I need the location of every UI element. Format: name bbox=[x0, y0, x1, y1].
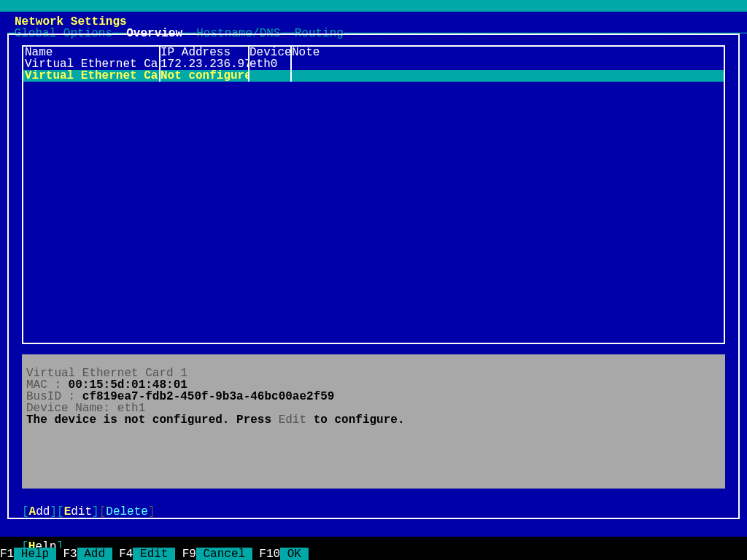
cell-name: Virtual Ethernet Card 0 bbox=[23, 58, 159, 70]
function-key-bar: F1 Help F3 Add F4 Edit F9 Cancel F10 OK bbox=[0, 548, 747, 560]
cell-name: Virtual Ethernet Card 1 bbox=[23, 70, 159, 82]
device-details-panel: Virtual Ethernet Card 1 MAC : 00:15:5d:0… bbox=[22, 354, 725, 489]
cell-note bbox=[292, 58, 724, 70]
add-button[interactable]: [Add] bbox=[22, 505, 57, 518]
cell-note bbox=[292, 70, 724, 82]
tab-routing[interactable]: Routing bbox=[295, 27, 344, 40]
table-row[interactable]: Virtual Ethernet Card 1 Not configured bbox=[23, 70, 724, 82]
col-ip: IP Address bbox=[160, 47, 248, 58]
network-cards-table[interactable]: Name IP Address Device Note Virtual Ethe… bbox=[22, 45, 725, 344]
edit-button[interactable]: [Edit] bbox=[57, 505, 99, 518]
col-note: Note bbox=[292, 47, 724, 58]
col-device: Device bbox=[249, 47, 290, 58]
config-hint-suffix: to configure. bbox=[306, 413, 404, 427]
fkey-edit[interactable]: F4 Edit bbox=[119, 548, 175, 560]
cell-ip: Not configured bbox=[160, 70, 248, 82]
delete-button[interactable]: [Delete] bbox=[99, 505, 155, 518]
config-hint-prefix: The device is not configured. Press bbox=[26, 413, 279, 427]
page-title: Network Settings bbox=[15, 16, 127, 28]
table-actions: [Add][Edit][Delete] bbox=[22, 506, 155, 518]
tab-overview[interactable]: Overview bbox=[126, 27, 182, 40]
table-header: Name IP Address Device Note bbox=[23, 47, 724, 58]
cell-ip: 172.23.236.97 bbox=[160, 58, 248, 70]
window-title-bar: YaST2 - lan @ scg-uat bbox=[0, 0, 747, 12]
tab-hostname-dns[interactable]: Hostname/DNS bbox=[196, 27, 280, 40]
config-hint-edit: Edit bbox=[279, 413, 306, 427]
tab-global-options[interactable]: Global Options bbox=[15, 27, 112, 40]
fkey-ok[interactable]: F10 OK bbox=[259, 548, 308, 560]
fkey-cancel[interactable]: F9 Cancel bbox=[182, 548, 252, 560]
cell-device: eth0 bbox=[249, 58, 290, 70]
fkey-add[interactable]: F3 Add bbox=[63, 548, 112, 560]
fkey-help[interactable]: F1 Help bbox=[0, 548, 56, 560]
cell-device bbox=[249, 70, 290, 82]
tab-bar: ─Global Options──Overview──Hostname/DNS─… bbox=[7, 28, 747, 39]
col-name: Name bbox=[23, 47, 159, 58]
table-row[interactable]: Virtual Ethernet Card 0 172.23.236.97 et… bbox=[23, 58, 724, 70]
